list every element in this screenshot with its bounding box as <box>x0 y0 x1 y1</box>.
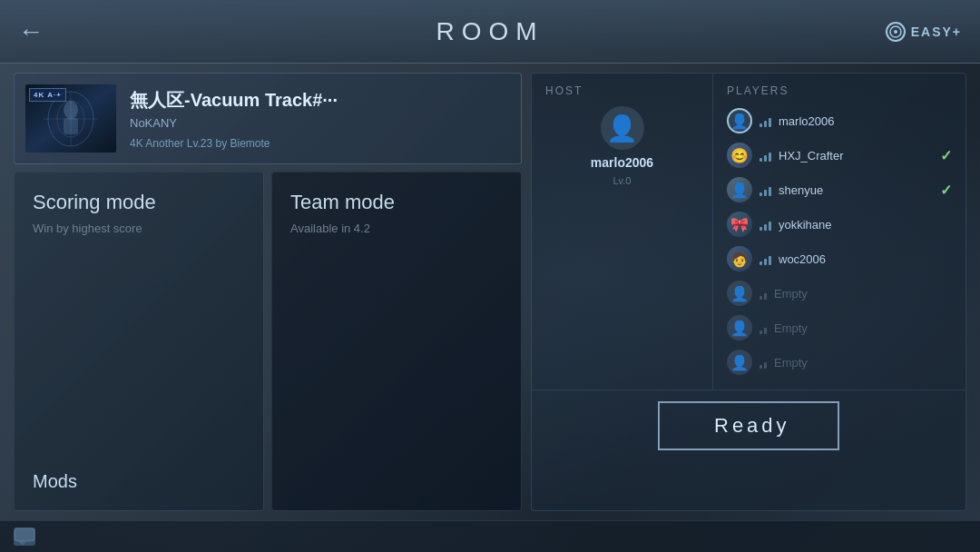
mods-label: Mods <box>33 471 77 492</box>
song-info: 無人区-Vacuum Track#··· NoKANY 4K Another L… <box>130 88 510 150</box>
chat-icon[interactable] <box>14 527 35 546</box>
left-panel: 4K A·+ 無人区-Vacuum Track#··· NoKANY 4K An… <box>14 73 522 511</box>
song-cover-badge: 4K A·+ <box>29 88 66 102</box>
scoring-mode-title: Scoring mode <box>33 191 245 214</box>
player-row: 😊 HXJ_Crafter ✓ <box>727 139 952 172</box>
player-avatar: 🧑 <box>727 246 752 271</box>
player-name: shenyue <box>779 183 933 197</box>
difficulty-label: EASY+ <box>911 25 962 39</box>
players-label: PLAYERS <box>727 84 952 97</box>
ready-area: Ready <box>532 390 965 461</box>
host-label: HOST <box>545 84 699 97</box>
svg-point-7 <box>64 101 78 119</box>
host-info: 👤 marlo2006 Lv.0 <box>545 106 699 186</box>
empty-avatar-icon: 👤 <box>730 285 749 302</box>
player-row: 🧑 woc2006 <box>727 242 952 275</box>
player-name: yokkihane <box>779 218 952 232</box>
ready-checkmark: ✓ <box>940 182 952 199</box>
svg-rect-9 <box>15 528 34 541</box>
player-row: 👤 Empty <box>727 277 952 310</box>
svg-point-1 <box>894 30 897 34</box>
song-card[interactable]: 4K A·+ 無人区-Vacuum Track#··· NoKANY 4K An… <box>14 73 522 164</box>
player-name-empty: Empty <box>774 287 952 301</box>
main-content: 4K A·+ 無人区-Vacuum Track#··· NoKANY 4K An… <box>0 64 980 520</box>
host-level: Lv.0 <box>613 175 632 186</box>
host-name: marlo2006 <box>591 155 653 170</box>
team-mode-title: Team mode <box>290 191 503 214</box>
team-mode-card[interactable]: Team mode Available in 4.2 <box>271 172 522 511</box>
player-avatar: 👤 <box>727 177 752 202</box>
host-avatar-icon: 👤 <box>606 113 638 143</box>
svg-rect-8 <box>64 118 78 134</box>
signal-bars <box>760 252 771 265</box>
right-panel: HOST 👤 marlo2006 Lv.0 PLAYERS <box>531 73 966 511</box>
player-avatar-icon: 😊 <box>730 147 749 164</box>
song-detail: 4K Another Lv.23 by Biemote <box>130 137 510 150</box>
song-artist: NoKANY <box>130 116 510 130</box>
svg-marker-10 <box>19 541 23 545</box>
scoring-mode-desc: Win by highest score <box>33 222 245 235</box>
player-avatar-icon: 👤 <box>730 113 749 130</box>
signal-bars <box>760 287 767 300</box>
player-avatar-icon: 🧑 <box>730 251 749 268</box>
back-icon: ← <box>18 17 44 46</box>
player-row: 👤 marlo2006 <box>727 104 952 137</box>
ready-checkmark: ✓ <box>940 147 952 164</box>
host-section: HOST 👤 marlo2006 Lv.0 <box>532 74 713 389</box>
player-name-empty: Empty <box>774 356 952 370</box>
player-avatar-empty: 👤 <box>727 315 752 340</box>
player-avatar: 😊 <box>727 143 752 168</box>
players-list: 👤 marlo2006 😊 <box>727 104 952 379</box>
song-title: 無人区-Vacuum Track#··· <box>130 88 510 113</box>
signal-bars <box>760 183 771 196</box>
player-row: 🎀 yokkihane <box>727 208 952 241</box>
signal-bars <box>760 149 771 162</box>
page-title: ROOM <box>436 17 544 46</box>
player-avatar-icon: 🎀 <box>730 216 749 233</box>
signal-bars <box>760 321 767 334</box>
player-avatar-empty: 👤 <box>727 281 752 306</box>
signal-bars <box>760 356 767 369</box>
ready-button[interactable]: Ready <box>658 401 839 450</box>
player-avatar-icon: 👤 <box>730 182 749 199</box>
host-avatar: 👤 <box>601 106 644 150</box>
back-button[interactable]: ← <box>18 17 44 46</box>
room-header: HOST 👤 marlo2006 Lv.0 PLAYERS <box>532 74 965 390</box>
player-row: 👤 Empty <box>727 311 952 344</box>
empty-avatar-icon: 👤 <box>730 320 749 337</box>
song-cover: 4K A·+ <box>25 84 116 153</box>
header: ← ROOM EASY+ <box>0 0 980 64</box>
empty-avatar-icon: 👤 <box>730 354 749 371</box>
player-row: 👤 shenyue ✓ <box>727 173 952 206</box>
player-name: woc2006 <box>779 252 952 266</box>
player-avatar: 👤 <box>727 108 752 133</box>
player-name: marlo2006 <box>779 114 952 128</box>
signal-bars <box>760 114 771 127</box>
player-row: 👤 Empty <box>727 346 952 379</box>
player-avatar: 🎀 <box>727 212 752 237</box>
player-name-empty: Empty <box>774 321 952 335</box>
difficulty-badge[interactable]: EASY+ <box>886 22 962 42</box>
signal-bars <box>760 218 771 231</box>
player-avatar-empty: 👤 <box>727 350 752 375</box>
footer <box>0 520 980 552</box>
modes-row: Scoring mode Win by highest score Mods T… <box>14 172 522 511</box>
difficulty-icon <box>886 22 906 42</box>
player-name: HXJ_Crafter <box>779 149 933 163</box>
team-mode-desc: Available in 4.2 <box>290 222 503 235</box>
scoring-mode-card[interactable]: Scoring mode Win by highest score Mods <box>14 172 264 511</box>
room-panel: HOST 👤 marlo2006 Lv.0 PLAYERS <box>531 73 966 511</box>
players-section: PLAYERS 👤 marlo2006 <box>713 74 965 389</box>
